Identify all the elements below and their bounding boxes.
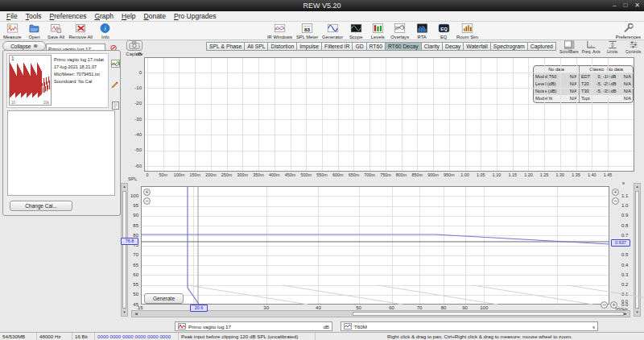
- top-x-tick-label: 450m: [283, 172, 298, 177]
- thumb-freq-low: 20: [11, 101, 15, 105]
- tab-all-spl[interactable]: All SPL: [244, 42, 268, 51]
- status-bar: 54/530MB48000 Hz16 Bit0000 0000 0000 000…: [0, 332, 644, 340]
- overlays-button[interactable]: Overlays: [389, 22, 411, 39]
- menu-donate[interactable]: Donate: [140, 12, 170, 20]
- capture-button[interactable]: [126, 40, 142, 51]
- preferences-button[interactable]: Preferences: [614, 22, 642, 39]
- spl-meter-label: SPL Meter: [296, 35, 318, 39]
- close-button[interactable]: ✕: [634, 0, 640, 11]
- maximize-button[interactable]: □: [623, 0, 627, 11]
- scroll-down-icon[interactable]: ▼: [122, 309, 127, 316]
- top-gridline-v: [481, 58, 481, 171]
- scroll-right-icon[interactable]: ▶: [622, 311, 629, 317]
- levels-button[interactable]: Levels: [367, 22, 388, 39]
- tab-rt60[interactable]: RT60: [366, 42, 386, 51]
- trace-unit: dB: [323, 324, 329, 330]
- info-label: Info: [101, 35, 109, 39]
- top-x-tick-label: 750m: [378, 172, 393, 177]
- edit-notes-icon[interactable]: [111, 77, 119, 92]
- open-button[interactable]: Open: [24, 22, 45, 39]
- save-all-button[interactable]: Save All: [46, 22, 67, 39]
- tab-decay[interactable]: Decay: [442, 42, 464, 51]
- zoom-in-right-button[interactable]: +: [612, 189, 619, 196]
- remove-all-button[interactable]: Remove All: [68, 22, 94, 39]
- zoom-in-x-button[interactable]: +: [610, 301, 617, 309]
- tab-captured[interactable]: Captured: [527, 42, 556, 51]
- menu-help[interactable]: Help: [118, 12, 139, 20]
- top-gridline-v: [513, 58, 514, 171]
- scrollbar-thumb[interactable]: [635, 191, 639, 309]
- trace-selector-spl[interactable]: Primo vagito lug 17 dB: [175, 321, 332, 331]
- tab-gd[interactable]: GD: [352, 42, 366, 51]
- main-x-tick-label: 100: [477, 305, 491, 310]
- ir-windows-button[interactable]: IR Windows: [266, 22, 294, 39]
- top-y-tick-label: -40: [122, 132, 142, 137]
- measure-button[interactable]: Measure: [2, 22, 23, 39]
- zoom-out-x-button[interactable]: −: [601, 301, 608, 309]
- tab-impulse[interactable]: Impulse: [296, 42, 322, 51]
- main-x-tick-label: 40: [311, 305, 325, 310]
- tab-rt60-decay[interactable]: RT60 Decay: [385, 42, 422, 51]
- controls-button[interactable]: Controls: [625, 40, 642, 54]
- generate-button[interactable]: Generate: [144, 293, 184, 304]
- info-row: T20-5, -25 dBN/A: [580, 81, 633, 88]
- top-x-tick-label: 1.05: [473, 172, 488, 177]
- status-cell-0: 54/530MB: [0, 333, 37, 340]
- scrollbar-thumb[interactable]: [353, 312, 624, 316]
- scope-button[interactable]: Scope: [345, 22, 366, 39]
- tab-filtered-ir[interactable]: Filtered IR: [321, 42, 353, 51]
- room-sim-button[interactable]: Room Sim: [455, 22, 480, 39]
- trace-settings-icon[interactable]: [111, 56, 120, 71]
- zoom-out-right-button[interactable]: −: [612, 197, 619, 205]
- spl-meter-button[interactable]: dB SPL83SPL Meter: [295, 22, 320, 39]
- remove-all-label: Remove All: [69, 35, 93, 39]
- tab-waterfall[interactable]: Waterfall: [463, 42, 491, 51]
- menu-preferences[interactable]: Preferences: [46, 12, 91, 20]
- top-x-tick-label: 850m: [410, 172, 424, 177]
- info-button[interactable]: iInfo: [95, 22, 116, 39]
- zoom-in-left-button[interactable]: +: [143, 189, 151, 196]
- tab-spl-phase[interactable]: SPL & Phase: [206, 42, 245, 51]
- menu-pro-upgrades[interactable]: Pro Upgrades: [170, 12, 220, 20]
- scroll-down-icon[interactable]: ▼: [634, 309, 640, 316]
- main-left-tick-label: 45: [121, 302, 138, 307]
- top-gridline-v: [179, 58, 180, 171]
- info-row: Model fitN/A: [534, 95, 579, 102]
- top-y-tick-label: -30: [122, 117, 142, 122]
- scroll-left-icon[interactable]: ◀: [133, 311, 139, 317]
- scrollbars-icon: [564, 40, 575, 49]
- rta-button[interactable]: RTA: [411, 22, 432, 39]
- change-cal-button[interactable]: Change Cal...: [10, 201, 72, 211]
- top-gridline-v: [369, 58, 370, 171]
- top-gridline-v: [258, 58, 259, 171]
- camera-icon: [129, 41, 140, 50]
- top-x-tick-label: 1.30: [553, 172, 568, 177]
- top-x-tick-label: 1.25: [537, 172, 551, 177]
- measurement-notes[interactable]: [7, 110, 115, 196]
- generator-icon: [326, 23, 340, 34]
- scrollbar-thumb[interactable]: [122, 191, 126, 309]
- menu-graph[interactable]: Graph: [90, 12, 118, 20]
- tab-clarity[interactable]: Clarity: [421, 42, 443, 51]
- measurement-soundcard: Soundcard: No Cal: [54, 78, 109, 85]
- scroll-up-icon[interactable]: ▲: [122, 184, 127, 190]
- measurement-meta: Primo vagito lug 17.mdat 17-lug-2021 18.…: [54, 56, 109, 85]
- cursor-spl-readout: 76.8: [121, 238, 138, 245]
- main-chart-left-title: SPL: [128, 176, 137, 181]
- menu-file[interactable]: File: [2, 12, 22, 20]
- eq-button[interactable]: EQEQ: [433, 22, 454, 39]
- limits-button[interactable]: Limits: [604, 40, 621, 54]
- generator-button[interactable]: Generator: [320, 22, 345, 39]
- trace-selector-t60m[interactable]: T60M s: [341, 321, 598, 331]
- freq-axis-button[interactable]: Freq. Axis: [582, 40, 601, 54]
- tab-spectrogram[interactable]: Spectrogram: [490, 42, 528, 51]
- menu-tools[interactable]: Tools: [22, 12, 46, 20]
- trace-thumb-icon: [344, 323, 352, 330]
- tab-distortion[interactable]: Distortion: [267, 42, 297, 51]
- measurement-thumbnail[interactable]: 1 20 20k: [9, 55, 52, 106]
- scrollbars-button[interactable]: ScrollBars: [559, 40, 579, 54]
- zoom-out-left-button[interactable]: −: [143, 197, 151, 205]
- ir-windows-icon: [273, 23, 287, 34]
- minimize-button[interactable]: –: [613, 0, 616, 11]
- scroll-up-icon[interactable]: ▲: [634, 184, 640, 190]
